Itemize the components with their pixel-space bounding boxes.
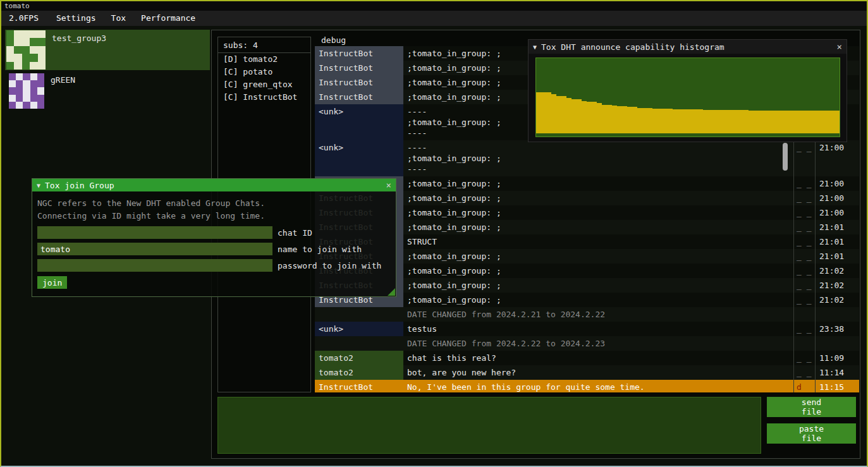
histogram-bar	[759, 111, 764, 133]
message-row: tomato2bot, are you new here?_ _11:14	[315, 365, 859, 380]
join-field-label: name to join with	[278, 245, 362, 254]
message-text: ;tomato_in_group: ;	[403, 278, 793, 293]
message-row: InstructBot;tomato_in_group: ;_ _21:01	[315, 249, 859, 264]
message-text: chat is this real?	[403, 351, 793, 365]
message-sender: InstructBot	[315, 61, 403, 75]
message-row: <unk>---- ;tomato_in_group: ; ----_ _21:…	[315, 140, 859, 176]
chat-scrollbar-thumb[interactable]	[783, 143, 788, 171]
histogram-bar	[592, 102, 597, 133]
message-sender: InstructBot	[315, 46, 403, 61]
join-field-input-0[interactable]	[37, 226, 272, 239]
window-title: tomato	[4, 2, 30, 10]
message-time: 21:01	[815, 234, 859, 249]
message-row: DATE CHANGED from 2024.2.22 to 2024.2.23	[315, 336, 859, 351]
histogram-bar	[789, 111, 794, 133]
histogram-bar	[673, 109, 678, 133]
contact-item-test-group3[interactable]: test_group3	[5, 30, 210, 70]
message-time: 11:14	[815, 365, 859, 380]
message-text: ;tomato_in_group: ;	[403, 220, 793, 234]
histogram-bar	[617, 106, 622, 133]
join-field-row: password to join with	[37, 259, 391, 272]
histogram-bar	[607, 105, 612, 133]
message-time: 21:02	[815, 293, 859, 307]
histogram-bar	[597, 103, 602, 133]
message-input[interactable]	[217, 397, 761, 454]
message-sender: <unk>	[315, 140, 403, 176]
message-text: ;tomato_in_group: ;	[403, 205, 793, 220]
join-field-input-1[interactable]	[37, 243, 272, 255]
histogram-bar	[723, 110, 728, 133]
join-field-input-2[interactable]	[37, 259, 272, 272]
message-status: _ _	[793, 191, 815, 205]
member-item[interactable]: [C] InstructBot	[218, 91, 310, 104]
histogram-bar	[622, 106, 627, 133]
message-row: InstructBot;tomato_in_group: ;_ _21:00	[315, 176, 859, 191]
join-field-label: password to join with	[278, 261, 381, 270]
message-row: tomato2chat is this real?_ _11:09	[315, 351, 859, 365]
send-file-button[interactable]: send file	[767, 397, 856, 417]
file-button-group: send file paste file	[767, 397, 856, 444]
histogram-bar	[779, 111, 784, 133]
message-text: ;tomato_in_group: ;	[403, 249, 793, 264]
histogram-close-icon[interactable]: ×	[837, 42, 842, 52]
histogram-bar	[582, 101, 587, 133]
histogram-bar	[718, 110, 723, 133]
paste-file-button[interactable]: paste file	[767, 423, 856, 444]
histogram-bar	[688, 109, 693, 133]
member-item[interactable]: [C] potato	[218, 66, 310, 78]
join-window-body: NGC refers to the New DHT enabled Group …	[32, 191, 396, 296]
histogram-bar	[637, 108, 642, 133]
message-time: 21:00	[815, 191, 859, 205]
message-status: _ _	[793, 220, 815, 234]
contact-name: test_group3	[46, 30, 106, 70]
message-row: InstructBot;tomato_in_group: ;_ _21:02	[315, 264, 859, 278]
member-list: [D] tomato2[C] potato[C] green_qtox[C] I…	[218, 53, 310, 104]
histogram-window-titlebar[interactable]: ▼ Tox DHT announce capability histogram …	[529, 40, 847, 54]
message-sender	[315, 336, 403, 351]
debug-header[interactable]: debug	[316, 35, 346, 45]
message-text: ;tomato_in_group: ;	[403, 264, 793, 278]
histogram-bar	[819, 111, 824, 133]
member-item[interactable]: [C] green_qtox	[218, 78, 310, 91]
message-time: 23:38	[815, 322, 859, 336]
histogram-bar	[652, 109, 657, 133]
join-field-row: chat ID	[37, 226, 391, 239]
histogram-plot	[535, 58, 840, 137]
join-button[interactable]: join	[37, 276, 67, 289]
menu-item-tox[interactable]: Tox	[104, 11, 133, 26]
message-sender: <unk>	[315, 104, 403, 140]
menu-item-performance[interactable]: Performance	[133, 11, 203, 26]
histogram-bar	[561, 96, 566, 134]
histogram-bar	[657, 109, 663, 133]
contact-item-green[interactable]: gREEN	[5, 71, 210, 111]
message-status: _ _	[793, 140, 815, 176]
message-status: _ _	[793, 264, 815, 278]
message-sender: tomato2	[315, 365, 403, 380]
collapse-arrow-icon[interactable]: ▼	[37, 182, 40, 189]
histogram-bar	[834, 111, 840, 133]
histogram-bar	[794, 111, 799, 133]
histogram-bar	[612, 106, 617, 133]
menu-item-settings[interactable]: Settings	[49, 11, 104, 26]
window-title-bar[interactable]: tomato	[1, 1, 867, 11]
member-item[interactable]: [D] tomato2	[218, 53, 310, 66]
histogram-bar	[698, 109, 703, 133]
resize-grip-icon[interactable]	[388, 288, 395, 296]
histogram-bar	[647, 108, 652, 133]
message-text: ;tomato_in_group: ;	[403, 176, 793, 191]
histogram-window[interactable]: ▼ Tox DHT announce capability histogram …	[528, 39, 847, 142]
join-group-window[interactable]: ▼ Tox join Group × NGC refers to the New…	[32, 178, 396, 297]
message-sender: tomato2	[315, 351, 403, 365]
histogram-bar	[764, 111, 769, 133]
join-close-icon[interactable]: ×	[386, 180, 391, 190]
contact-avatar	[9, 73, 44, 109]
join-info-line: Connecting via ID might take a very long…	[37, 210, 391, 222]
histogram-bar	[814, 111, 819, 133]
join-window-titlebar[interactable]: ▼ Tox join Group ×	[32, 179, 396, 191]
join-field-row: name to join with	[37, 243, 391, 255]
message-status: _ _	[793, 365, 815, 380]
histogram-bar	[556, 96, 561, 134]
join-fields: chat IDname to join withpassword to join…	[37, 226, 391, 272]
histogram-bar	[804, 111, 809, 133]
collapse-arrow-icon[interactable]: ▼	[533, 44, 537, 51]
